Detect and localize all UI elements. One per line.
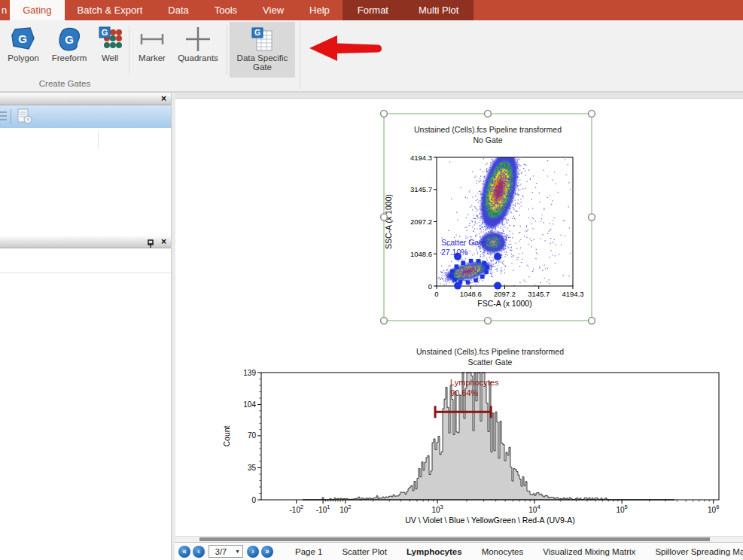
svg-text:2097.2: 2097.2 [494,290,516,298]
selection-handle [485,111,492,117]
page-number-select[interactable]: 3/7 ▼ [209,545,243,558]
gate-vertex-handle [452,278,457,282]
gate-vertex-handle [477,259,481,263]
data-specific-gate-button[interactable]: G Data Specific Gate [230,22,295,78]
close-icon[interactable]: × [161,93,166,105]
gate-vertex-handle [455,264,459,269]
quadrants-gate-button[interactable]: Quadrants [174,22,222,78]
gate-vertex-handle [469,259,474,263]
gate-vertex-handle [480,275,485,279]
panel-content-empty [0,128,171,236]
svg-text:106: 106 [708,504,719,514]
svg-text:1048.6: 1048.6 [410,250,432,258]
tab-page-1[interactable]: Page 1 [285,547,332,556]
column-divider [98,130,99,148]
scrollbar-thumb[interactable] [199,537,710,541]
tab-visualized-mixing-matrix[interactable]: Visualized Mixing Matrix [533,547,645,556]
ribbon-separator [129,25,129,75]
scatter-subtitle: No Gate [473,135,502,145]
histogram-title: Unstained (Cells).fcs Pipeline transform… [416,347,564,356]
gate-corner-handle [454,282,461,290]
well-gate-icon: G [97,25,123,53]
tab-data[interactable]: Data [155,0,201,20]
svg-text:-101: -101 [316,504,330,514]
freeform-gate-icon: G [56,25,82,53]
selection-handle [589,214,595,221]
tab-multi-plot[interactable]: Multi Plot [403,0,474,20]
next-page-button[interactable]: › [247,546,259,558]
tab-scatter-plot[interactable]: Scatter Plot [332,547,396,556]
svg-text:104: 104 [528,504,540,514]
clipped-tab-fragment[interactable]: n [0,0,10,20]
gate-label: Scatter Gate [441,238,486,247]
polygon-gate-button[interactable]: G Polygon [2,22,45,78]
tab-tools[interactable]: Tools [202,0,250,20]
freeform-gate-button[interactable]: G Freeform [47,22,92,78]
gate-corner-handle [494,253,501,260]
previous-page-button[interactable]: ‹ [193,546,205,558]
page-tab-bar: « ‹ 3/7 ▼ › » Page 1 Scatter Plot Lympho… [175,542,743,560]
well-gate-button[interactable]: G Well [93,22,126,78]
quadrants-gate-icon [184,25,212,53]
panel-toolbar [0,105,171,128]
document-history-icon[interactable] [17,108,33,125]
svg-text:104: 104 [243,400,256,409]
svg-text:2097.2: 2097.2 [410,218,432,226]
tab-monocytes[interactable]: Monocytes [472,547,534,556]
scatter-ylabel: SSC-A (x 1000) [384,194,393,249]
data-specific-gate-icon: G [250,25,276,53]
panel-title-bar[interactable]: × [0,93,171,105]
tab-batch-export[interactable]: Batch & Export [65,0,156,20]
histogram-ylabel: Count [222,425,231,446]
tab-help[interactable]: Help [297,0,343,20]
svg-text:4194.3: 4194.3 [562,290,583,298]
scatter-xlabel: FSC-A (x 1000) [477,299,531,308]
histogram-subtitle: Scatter Gate [468,358,513,367]
gate-vertex-handle [474,278,478,283]
list-lines-icon[interactable] [0,110,8,123]
button-label: Well [102,53,118,62]
histogram-plot[interactable]: Unstained (Cells).fcs Pipeline transform… [222,347,719,525]
horizontal-scrollbar[interactable] [175,536,743,542]
marker-gate-button[interactable]: Marker [132,22,172,78]
gate-vertex-handle [461,260,465,265]
svg-text:3145.7: 3145.7 [528,290,550,298]
button-label: Marker [139,53,166,62]
gate-vertex-handle [450,269,455,274]
selection-handle [589,111,595,117]
svg-text:-102: -102 [290,504,304,514]
panel-title-bar-2[interactable]: × [0,236,171,248]
svg-text:35: 35 [248,464,257,472]
page-navigation: « ‹ 3/7 ▼ › » [175,545,278,558]
svg-text:G: G [102,28,108,37]
panel-content-empty-2 [0,248,171,560]
tab-gating[interactable]: Gating [10,0,64,20]
button-label: Data Specific Gate [233,53,293,72]
gate-vertex-handle [449,274,454,278]
gate-vertex-handle [482,261,486,266]
ribbon: G Polygon G Freeform [0,20,743,92]
selection-handle [381,111,388,117]
svg-text:70: 70 [248,431,257,440]
gate-vertex-handle [484,270,489,275]
ribbon-group-separator [300,23,300,89]
selection-handle [381,318,388,324]
close-icon[interactable]: × [161,236,166,248]
tab-lymphocytes[interactable]: Lymphocytes [397,547,472,556]
row-divider [0,272,171,273]
scatter-title: Unstained (Cells).fcs Pipeline transform… [414,125,562,134]
tab-spillover-spreading-matrix[interactable]: Spillover Spreading Matrix [645,547,743,556]
svg-text:103: 103 [431,504,443,514]
chevron-down-icon: ▼ [233,549,242,554]
gate-corner-handle [494,282,501,290]
svg-text:0: 0 [251,496,256,504]
histogram-curve [303,373,674,500]
tab-view[interactable]: View [250,0,297,20]
polygon-gate-icon: G [11,25,36,53]
first-page-button[interactable]: « [178,546,190,558]
tab-format[interactable]: Format [343,0,403,20]
last-page-button[interactable]: » [261,546,273,558]
scatter-plot[interactable]: Unstained (Cells).fcs Pipeline transform… [384,125,584,308]
svg-text:G: G [65,33,74,46]
svg-text:105: 105 [616,504,627,514]
